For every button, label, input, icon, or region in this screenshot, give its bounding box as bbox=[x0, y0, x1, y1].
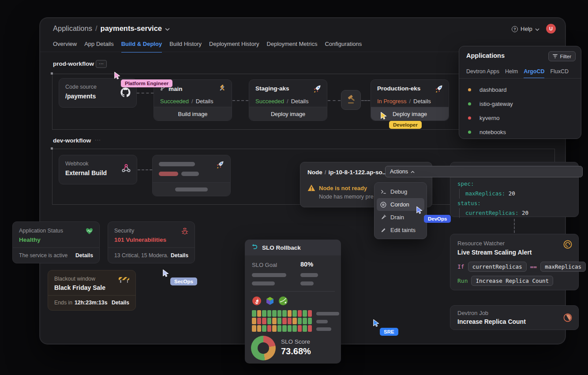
tab-configurations[interactable]: Configurations bbox=[325, 41, 362, 52]
staging-pipeline-card[interactable]: Staging-aks Succeeded / Details Deploy i… bbox=[249, 79, 327, 121]
security-details-link[interactable]: Details bbox=[171, 252, 188, 259]
slo-goal-label: SLO Goal bbox=[252, 262, 277, 268]
pause-circle-icon bbox=[380, 202, 386, 208]
devops-cursor bbox=[415, 206, 423, 214]
skeleton-bar bbox=[316, 327, 331, 331]
skeleton-bar bbox=[316, 320, 328, 323]
menu-item-edit-taints[interactable]: Edit taints bbox=[377, 224, 424, 236]
secops-cursor bbox=[161, 269, 170, 278]
skeleton-bar bbox=[300, 273, 318, 277]
application-status-card: Application Status Healthy The service i… bbox=[12, 221, 100, 263]
tab-app-details[interactable]: App Details bbox=[84, 41, 113, 52]
app-list-item[interactable]: istio-gateway bbox=[459, 97, 581, 111]
workflow-connector bbox=[361, 100, 370, 101]
blackout-details-link[interactable]: Details bbox=[112, 300, 129, 306]
placeholder-action bbox=[153, 182, 230, 196]
devtron-job-card: Devtron Job Increase Replica Count bbox=[450, 305, 579, 330]
node-alert-message: Node has memory pre bbox=[319, 194, 374, 200]
warning-icon bbox=[307, 184, 315, 194]
tab-build-history[interactable]: Build History bbox=[169, 41, 202, 52]
avatar[interactable]: U bbox=[546, 24, 556, 34]
webhook-label: Webhook bbox=[65, 161, 89, 167]
approval-gate-node[interactable] bbox=[341, 90, 361, 110]
filter-icon bbox=[553, 54, 558, 59]
rollback-icon bbox=[251, 244, 258, 252]
skeleton-bar bbox=[159, 162, 195, 166]
heart-pulse-icon bbox=[85, 227, 94, 237]
status-dot bbox=[468, 88, 471, 91]
monitoring-logos bbox=[252, 296, 288, 308]
sre-cursor bbox=[372, 319, 380, 327]
application-status-details-link[interactable]: Details bbox=[75, 252, 93, 259]
node-header: Node / ip-10-8-1-122.ap-so... bbox=[307, 169, 387, 176]
filter-button[interactable]: Filter bbox=[548, 51, 576, 61]
tab-fluxcd[interactable]: FluxCD bbox=[550, 68, 569, 79]
selection-handle[interactable] bbox=[51, 147, 53, 150]
broom-icon bbox=[380, 214, 386, 220]
node-kind: Node bbox=[307, 169, 322, 176]
staging-name: Staging-aks bbox=[255, 85, 289, 92]
platform-engineer-cursor bbox=[113, 71, 121, 80]
developer-cursor bbox=[379, 112, 388, 120]
condition-chip: currentReplicas bbox=[468, 262, 527, 272]
help-menu[interactable]: ? Help bbox=[512, 26, 539, 32]
build-details-link[interactable]: Details bbox=[196, 98, 213, 105]
selection-handle[interactable] bbox=[51, 72, 53, 75]
slo-score-value: 73.68% bbox=[281, 346, 311, 356]
spiral-icon bbox=[563, 240, 573, 251]
build-image-action[interactable]: Build image bbox=[154, 107, 232, 120]
bug-icon bbox=[181, 227, 189, 237]
devtron-job-title: Increase Replica Count bbox=[457, 318, 526, 325]
app-list-item[interactable]: dashboard bbox=[459, 82, 581, 97]
rocket-icon bbox=[434, 84, 443, 95]
staging-deploy-action[interactable]: Deploy image bbox=[249, 107, 327, 120]
status-dot bbox=[468, 116, 471, 120]
production-details-link[interactable]: Details bbox=[413, 98, 431, 105]
blackout-window-card: Blackout window Black Friday Sale Ends i… bbox=[48, 270, 136, 311]
skeleton-bar bbox=[252, 273, 286, 277]
tab-build-and-deploy[interactable]: Build & Deploy bbox=[121, 41, 162, 52]
skeleton-bar bbox=[181, 172, 199, 176]
resource-watcher-panel: Resource Watcher Live Stream Scaling Ale… bbox=[450, 234, 579, 290]
menu-item-debug[interactable]: Debug bbox=[377, 185, 424, 198]
prometheus-icon bbox=[252, 296, 262, 308]
dev-workflow-title: dev-workflow bbox=[53, 137, 91, 144]
production-status: In Progress bbox=[377, 98, 406, 105]
prod-workflow-more-button[interactable]: ··· bbox=[96, 60, 107, 68]
breadcrumb-section[interactable]: Applications bbox=[53, 24, 92, 33]
actions-button[interactable]: Actions bbox=[385, 166, 583, 177]
resource-watcher-title: Live Stream Scaling Alert bbox=[457, 249, 532, 256]
blackout-name: Black Friday Sale bbox=[54, 284, 105, 291]
chevron-down-icon[interactable] bbox=[165, 24, 170, 33]
pencil-icon bbox=[380, 228, 386, 233]
tab-argocd[interactable]: ArgoCD bbox=[524, 68, 544, 79]
sre-badge: SRE bbox=[380, 328, 398, 336]
condition-chip: maxReplicas bbox=[540, 262, 586, 272]
watcher-condition-row: If currentReplicas == maxReplicas bbox=[457, 262, 586, 272]
github-icon bbox=[120, 87, 131, 99]
app-list-item[interactable]: notebooks bbox=[459, 125, 581, 139]
chevron-down-icon bbox=[535, 26, 539, 32]
app-list-item[interactable]: kyverno bbox=[459, 111, 581, 125]
placeholder-pipeline-card[interactable] bbox=[152, 155, 231, 196]
dev-workflow-more-button[interactable]: ··· bbox=[95, 137, 101, 142]
popup-divider bbox=[459, 78, 581, 79]
tab-deployment-metrics[interactable]: Deployment Metrics bbox=[267, 41, 318, 52]
tab-helm[interactable]: Helm bbox=[505, 68, 518, 79]
applications-popup-tabs: Devtron Apps Helm ArgoCD FluxCD bbox=[466, 68, 569, 79]
tab-deployment-history[interactable]: Deployment History bbox=[209, 41, 259, 52]
tab-devtron-apps[interactable]: Devtron Apps bbox=[466, 68, 499, 79]
secops-badge: SecOps bbox=[170, 278, 197, 285]
staging-details-link[interactable]: Details bbox=[291, 98, 309, 105]
webhook-card[interactable]: Webhook External Build bbox=[59, 155, 137, 184]
code-source-label: Code source bbox=[65, 84, 97, 90]
skeleton-bar bbox=[300, 281, 314, 285]
build-status: Succeeded bbox=[160, 98, 189, 105]
tab-overview[interactable]: Overview bbox=[53, 41, 77, 52]
panel-connector bbox=[514, 219, 515, 233]
devops-badge: DevOps bbox=[424, 215, 451, 223]
slo-panel-header: SLO Rollback bbox=[245, 240, 341, 255]
slo-score-donut bbox=[251, 336, 276, 360]
rocket-icon bbox=[313, 84, 322, 95]
watcher-action-row: Run Increase Replica Count bbox=[457, 276, 553, 286]
